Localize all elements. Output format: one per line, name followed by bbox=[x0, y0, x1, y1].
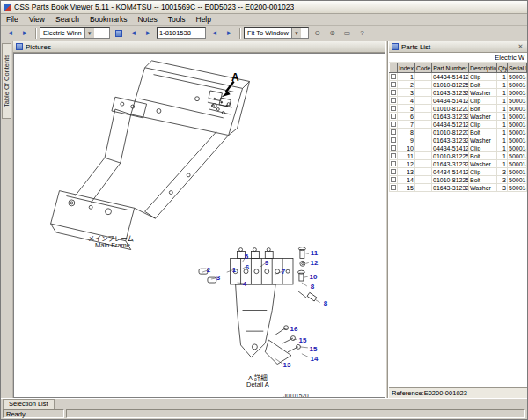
parts-list-header: Parts List ✕ bbox=[389, 41, 527, 53]
callout-number[interactable]: 9 bbox=[265, 260, 268, 267]
content-area: Table Of Contents Pictures bbox=[1, 41, 527, 398]
chevron-down-icon[interactable]: ▼ bbox=[291, 28, 301, 38]
callout-number[interactable]: 6 bbox=[246, 264, 249, 271]
row-checkbox[interactable] bbox=[391, 98, 396, 103]
menu-bookmarks[interactable]: Bookmarks bbox=[84, 15, 133, 24]
callout-number[interactable]: 11 bbox=[311, 250, 318, 257]
help-icon[interactable]: ? bbox=[356, 27, 369, 40]
callout-number[interactable]: 14 bbox=[311, 356, 319, 363]
next-page-icon[interactable]: ► bbox=[223, 27, 236, 40]
pictures-panel-title: Pictures bbox=[26, 43, 51, 51]
callout-number[interactable]: 1 bbox=[232, 267, 236, 274]
table-row[interactable]: 501010-81220Bolt150001- bbox=[390, 105, 527, 113]
row-checkbox[interactable] bbox=[391, 145, 396, 151]
menu-help[interactable]: Help bbox=[191, 15, 216, 24]
callout-number[interactable]: 15 bbox=[299, 337, 307, 344]
pictures-panel: Pictures bbox=[13, 41, 385, 398]
col-check bbox=[390, 63, 398, 73]
menu-view[interactable]: View bbox=[24, 15, 50, 24]
table-row[interactable]: 901643-31232Washer150001- bbox=[390, 136, 527, 144]
row-checkbox[interactable] bbox=[391, 74, 396, 79]
callout-number[interactable]: 5 bbox=[245, 254, 248, 261]
parts-list-title: Parts List bbox=[401, 43, 430, 51]
picture-number-field[interactable] bbox=[157, 27, 206, 39]
callout-number[interactable]: 13 bbox=[283, 362, 291, 369]
zoom-select-value: Fit To Window bbox=[245, 29, 291, 37]
diagram-canvas[interactable]: A メインフレーム Main Frame A 詳細 Detail A J0101… bbox=[13, 53, 385, 398]
row-checkbox[interactable] bbox=[391, 82, 396, 87]
callout-number[interactable]: 15 bbox=[310, 346, 318, 353]
row-checkbox[interactable] bbox=[391, 90, 396, 95]
callout-number[interactable]: 2 bbox=[207, 267, 210, 274]
zoom-select[interactable]: Fit To Window ▼ bbox=[244, 27, 309, 39]
callout-number[interactable]: 12 bbox=[311, 260, 319, 267]
col-serial[interactable]: Serial No bbox=[508, 63, 527, 73]
callout-number[interactable]: 3 bbox=[216, 275, 220, 282]
menu-search[interactable]: Search bbox=[50, 15, 84, 24]
table-row[interactable]: 801010-81220Bolt150001- bbox=[390, 129, 527, 136]
tab-selection-list[interactable]: Selection List bbox=[3, 399, 55, 409]
table-row[interactable]: 601643-31232Washer150001- bbox=[390, 113, 527, 121]
detail-label-en: Detail A bbox=[246, 380, 269, 388]
table-row[interactable]: 1004434-51412Clip150001- bbox=[390, 144, 527, 152]
forward-icon[interactable]: ► bbox=[18, 27, 32, 40]
row-checkbox[interactable] bbox=[391, 161, 396, 166]
table-row[interactable]: 1304434-51412Clip350001- bbox=[390, 168, 527, 176]
row-checkbox[interactable] bbox=[391, 169, 396, 174]
table-row[interactable]: 1101010-81225Bolt150001- bbox=[390, 152, 527, 160]
col-part-number[interactable]: Part Number bbox=[432, 63, 469, 73]
table-row[interactable]: 1401010-81225Bolt350001- bbox=[390, 176, 527, 184]
table-row[interactable]: 1201643-31232Washer150001- bbox=[390, 160, 527, 168]
callout-number[interactable]: 8 bbox=[311, 284, 314, 291]
col-description[interactable]: Description bbox=[469, 63, 497, 73]
view-letter: A bbox=[231, 71, 239, 84]
app-icon bbox=[4, 4, 11, 11]
zoom-in-icon[interactable]: ⊕ bbox=[326, 27, 339, 40]
chevron-down-icon[interactable]: ▼ bbox=[84, 28, 94, 38]
row-checkbox[interactable] bbox=[391, 129, 396, 135]
row-checkbox[interactable] bbox=[391, 185, 396, 190]
status-text: Ready bbox=[3, 409, 64, 418]
table-row[interactable]: 104434-51412Clip150001- bbox=[390, 73, 527, 81]
row-checkbox[interactable] bbox=[391, 114, 396, 119]
table-row[interactable]: 301643-31232Washer150001- bbox=[390, 89, 527, 97]
table-row[interactable]: 704434-51212Clip150001- bbox=[390, 121, 527, 129]
col-code[interactable]: Code bbox=[415, 63, 432, 73]
callout-number[interactable]: 4 bbox=[243, 281, 246, 288]
prev-page-icon[interactable]: ◄ bbox=[208, 27, 221, 40]
pictures-icon bbox=[16, 43, 23, 50]
row-checkbox[interactable] bbox=[391, 122, 396, 127]
callout-number[interactable]: 7 bbox=[282, 269, 285, 276]
zoom-out-icon[interactable]: ⊖ bbox=[311, 27, 324, 40]
table-row[interactable]: 201010-81225Bolt150001- bbox=[390, 81, 527, 89]
parts-table-body: 104434-51412Clip150001-201010-81225Bolt1… bbox=[390, 73, 527, 192]
title-bar[interactable]: CSS Parts Book Viewer 5.11 - KOM4TSU -- … bbox=[1, 1, 527, 14]
tab-table-of-contents[interactable]: Table Of Contents bbox=[2, 43, 11, 119]
prev-picture-icon[interactable]: ◄ bbox=[127, 27, 140, 40]
col-index[interactable]: Index bbox=[398, 63, 415, 73]
menu-tools[interactable]: Tools bbox=[163, 15, 191, 24]
fit-window-icon[interactable]: ▭ bbox=[341, 27, 354, 40]
book-icon[interactable] bbox=[112, 27, 125, 40]
menu-notes[interactable]: Notes bbox=[132, 15, 162, 24]
toolbar-separator bbox=[35, 28, 36, 39]
callout-number[interactable]: 16 bbox=[290, 326, 298, 333]
parts-table-wrap[interactable]: Index Code Part Number Description Qty S… bbox=[389, 63, 527, 387]
table-row[interactable]: 1501643-31232Washer350001- bbox=[390, 184, 527, 192]
status-filler bbox=[66, 409, 525, 418]
row-checkbox[interactable] bbox=[391, 106, 396, 111]
app-window: CSS Parts Book Viewer 5.11 - KOM4TSU -- … bbox=[0, 0, 528, 420]
callout-number[interactable]: 8 bbox=[324, 300, 327, 307]
callout-number[interactable]: 10 bbox=[310, 274, 318, 281]
col-qty[interactable]: Qty bbox=[497, 63, 508, 73]
book-select[interactable]: Electric Winn ▼ bbox=[40, 27, 110, 39]
close-icon[interactable]: ✕ bbox=[517, 43, 524, 50]
drawing-number: J0101520 bbox=[283, 393, 309, 398]
menu-file[interactable]: File bbox=[1, 15, 24, 24]
table-row[interactable]: 404434-51412Clip150001- bbox=[390, 97, 527, 105]
row-checkbox[interactable] bbox=[391, 137, 396, 143]
next-picture-icon[interactable]: ► bbox=[142, 27, 155, 40]
row-checkbox[interactable] bbox=[391, 177, 396, 182]
row-checkbox[interactable] bbox=[391, 153, 396, 158]
back-icon[interactable]: ◄ bbox=[4, 27, 17, 40]
